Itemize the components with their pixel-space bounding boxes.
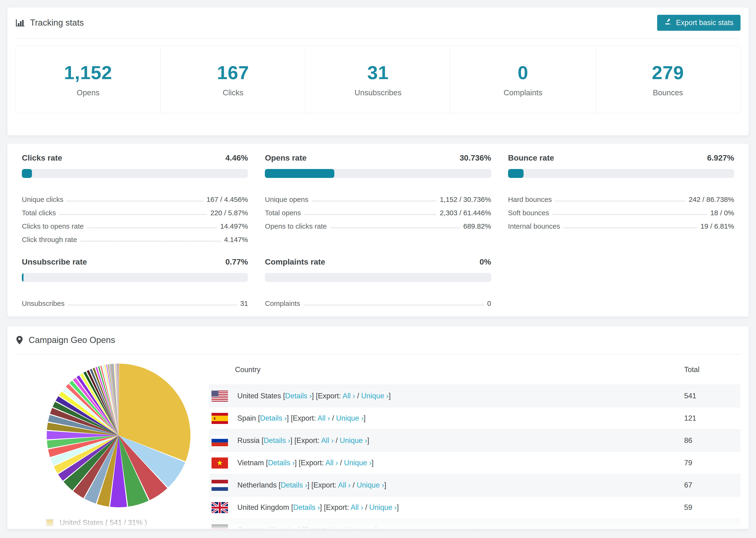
rate-row-value: 18 / 0% — [710, 209, 734, 217]
country-export-all-link[interactable]: All › — [325, 459, 338, 467]
rate-title: Complaints rate — [265, 257, 325, 266]
rate-title: Unsubscribe rate — [22, 257, 87, 266]
dotted-leader — [312, 201, 436, 201]
rate-row-label: Soft bounces — [508, 209, 549, 217]
country-details-link[interactable]: Details › — [264, 436, 291, 445]
flag-es-icon — [212, 413, 228, 424]
geo-pie-svg — [45, 362, 191, 509]
geo-table-row: Germany [Details ›] [Export: All › / Uni… — [209, 518, 740, 529]
country-details-link[interactable]: Details › — [260, 414, 287, 422]
country-total-cell: 67 — [684, 481, 740, 489]
rate-value: 0.77% — [225, 257, 248, 266]
summary-stat-label: Clicks — [223, 88, 243, 97]
flag-de-icon — [212, 524, 228, 529]
dotted-leader — [68, 305, 237, 305]
geo-opens-card: Campaign Geo Opens United States ( 541 /… — [7, 326, 749, 529]
country-export-unique-link[interactable]: Unique › — [369, 503, 397, 511]
legend-label: United States ( 541 / 31% ) — [60, 518, 147, 527]
rate-progress-bar — [508, 169, 734, 178]
country-details-link[interactable]: Details › — [281, 481, 307, 489]
rate-section-header: Unsubscribe rate0.77% — [22, 257, 248, 266]
dotted-leader — [81, 241, 220, 242]
rate-row-label: Opens to clicks rate — [265, 222, 327, 230]
bar-chart-icon — [16, 18, 25, 27]
dotted-leader — [60, 214, 207, 215]
country-export-unique-link[interactable]: Unique › — [357, 481, 384, 489]
rate-rows: Unique opens1,152 / 30.736%Total opens2,… — [265, 190, 491, 230]
rate-progress-fill — [22, 169, 32, 178]
page: Tracking stats Export basic stats 1,152O… — [0, 7, 756, 538]
country-details-link[interactable]: Details › — [293, 503, 320, 511]
flag-gb-icon — [212, 502, 228, 513]
rate-row-value: 1,152 / 30.736% — [440, 195, 491, 203]
dotted-leader — [553, 214, 706, 215]
dotted-leader — [87, 228, 216, 228]
country-export-unique-link[interactable]: Unique › — [344, 459, 371, 467]
dotted-leader — [304, 305, 483, 305]
country-column-header: Country — [209, 365, 684, 374]
legend-swatch — [46, 519, 54, 526]
export-basic-stats-button[interactable]: Export basic stats — [657, 15, 740, 31]
rate-section: Opens rate30.736%Unique opens1,152 / 30.… — [265, 153, 491, 243]
rate-row-value: 19 / 6.81% — [701, 222, 734, 230]
summary-stat-value: 0 — [518, 62, 528, 83]
rate-row-value: 14.497% — [220, 222, 248, 230]
country-details-link[interactable]: Details › — [271, 525, 298, 529]
geo-table-row: Netherlands [Details ›] [Export: All › /… — [209, 474, 740, 496]
rate-row: Unique opens1,152 / 30.736% — [265, 190, 491, 203]
country-export-all-link[interactable]: All › — [317, 414, 330, 422]
country-export-all-link[interactable]: All › — [351, 503, 363, 511]
export-button-label: Export basic stats — [676, 19, 733, 27]
rate-rows: Unsubscribes31 — [22, 294, 248, 307]
country-export-all-link[interactable]: All › — [329, 525, 341, 529]
flag-nl-icon — [212, 480, 228, 491]
rate-progress-fill — [265, 169, 334, 178]
geo-pie-legend: United States ( 541 / 31% )Spain ( 121 /… — [46, 518, 191, 529]
geo-table-row: Vietnam [Details ›] [Export: All › / Uni… — [209, 452, 740, 474]
country-cell: United Kingdom [Details ›] [Export: All … — [228, 503, 684, 512]
country-export-unique-link[interactable]: Unique › — [361, 392, 389, 400]
summary-stat-value: 279 — [652, 62, 684, 83]
country-export-unique-link[interactable]: Unique › — [336, 414, 363, 422]
country-export-all-link[interactable]: All › — [321, 436, 334, 445]
rate-row-value: 242 / 86.738% — [689, 195, 734, 203]
summary-stat-label: Unsubscribes — [354, 88, 402, 97]
dotted-leader — [564, 228, 697, 228]
country-export-unique-link[interactable]: Unique › — [348, 525, 375, 529]
geo-opens-body: United States ( 541 / 31% )Spain ( 121 /… — [7, 355, 749, 529]
rate-row: Internal bounces19 / 6.81% — [508, 217, 734, 230]
summary-stat-value: 1,152 — [64, 62, 112, 83]
rate-row-label: Total clicks — [22, 209, 56, 217]
rate-title: Bounce rate — [508, 153, 554, 162]
rate-value: 30.736% — [459, 153, 491, 162]
summary-stat-box: 31Unsubscribes — [305, 46, 450, 113]
rate-row-value: 0 — [487, 299, 491, 307]
rate-title: Clicks rate — [22, 153, 62, 162]
summary-stat-box: 1,152Opens — [16, 46, 160, 113]
rate-section: Complaints rate0%Complaints0 — [265, 257, 491, 307]
country-export-all-link[interactable]: All › — [343, 392, 355, 400]
rate-rows: Hard bounces242 / 86.738%Soft bounces18 … — [508, 190, 734, 230]
rate-row: Hard bounces242 / 86.738% — [508, 190, 734, 203]
country-total-cell: 86 — [684, 436, 740, 445]
rate-row: Total clicks220 / 5.87% — [22, 203, 248, 217]
geo-table-row: United States [Details ›] [Export: All ›… — [209, 385, 740, 407]
country-details-link[interactable]: Details › — [285, 392, 312, 400]
dotted-leader — [331, 228, 459, 228]
rates-card: Clicks rate4.46%Unique clicks167 / 4.456… — [7, 143, 749, 317]
tracking-stats-card: Tracking stats Export basic stats 1,152O… — [7, 7, 749, 136]
country-total-cell: 541 — [684, 392, 740, 400]
country-cell: Russia [Details ›] [Export: All › / Uniq… — [228, 436, 684, 445]
country-export-unique-link[interactable]: Unique › — [340, 436, 367, 445]
rate-row: Complaints0 — [265, 294, 491, 307]
country-details-link[interactable]: Details › — [268, 459, 295, 467]
rate-section: Bounce rate6.927%Hard bounces242 / 86.73… — [508, 153, 734, 243]
summary-stat-label: Opens — [77, 88, 99, 97]
rate-progress-bar — [265, 169, 491, 178]
geo-opens-title: Campaign Geo Opens — [16, 335, 115, 345]
rate-progress-bar — [265, 273, 491, 282]
summary-stat-box: 0Complaints — [450, 46, 595, 113]
rate-value: 0% — [480, 257, 491, 266]
geo-country-table: Country Total United States [Details ›] … — [209, 355, 740, 529]
country-export-all-link[interactable]: All › — [338, 481, 351, 489]
